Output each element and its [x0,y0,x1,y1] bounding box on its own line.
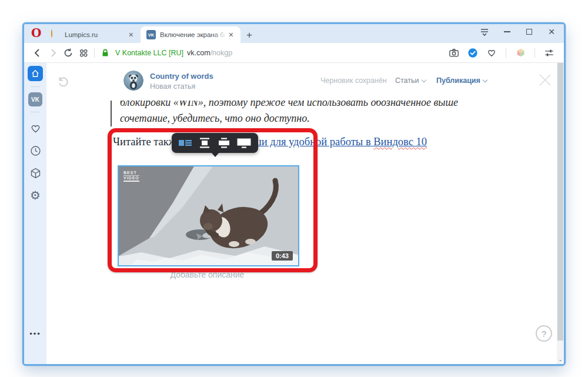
history-clock-icon[interactable] [28,144,42,158]
extension-cube-icon[interactable] [513,45,528,61]
close-window-button[interactable]: × [546,26,557,37]
secure-lock-icon[interactable] [98,45,113,61]
image-layout-toolbar [172,133,258,153]
opera-menu-button[interactable]: O [31,26,41,39]
easy-setup-sliders-icon[interactable] [542,45,557,61]
watermark-logo: BESTVIDEO [123,171,139,182]
video-duration-badge: 0:43 [272,251,293,261]
author-name[interactable]: Country of words [150,72,213,81]
reload-icon[interactable] [61,45,76,61]
divider [506,48,506,58]
article-subtitle: Новая статья [150,82,195,91]
page-scrollbar[interactable]: ⌄ [557,63,564,364]
tab-close-icon[interactable]: × [126,29,136,40]
maximize-button[interactable] [524,26,534,37]
editor-header: Country of words Новая статья Черновик с… [46,63,557,101]
extensions-box-icon[interactable] [28,166,42,180]
publish-dropdown[interactable]: Публикация [436,76,487,85]
forward-icon[interactable] [45,45,61,61]
bookmarks-heart-icon[interactable] [28,121,42,135]
layout-wide-icon[interactable] [218,138,230,148]
bookmark-heart-icon[interactable] [484,45,499,61]
tab-lumpics[interactable]: Lumpics.ru × [45,26,141,43]
video-block[interactable]: BESTVIDEO 0:43 [118,165,299,266]
tab-bar: O Lumpics.ru × VK Включение экрана блоки… [24,24,564,43]
lumpics-favicon-icon [51,30,61,39]
tab-title: Включение экрана блоки [160,31,226,38]
draft-status: Черновик сохранён [320,76,387,85]
url-host[interactable]: vk.com [187,49,211,57]
layout-text-wrap-icon[interactable] [179,138,192,148]
vk-favicon-icon: VK [146,30,156,39]
search-tabs-icon[interactable] [479,26,490,37]
speed-dial-home-button[interactable] [28,66,43,81]
vpn-badge-icon[interactable] [465,45,480,61]
back-icon[interactable] [30,45,45,61]
opera-sidebar: VK [24,63,46,364]
chevron-down-icon [483,78,487,82]
read-also-line: Читайте также: Горячие клавиши для удобн… [113,136,427,148]
address-bar: V Kontakte LLC [RU] vk.com /nokgp [24,43,564,63]
sidebar-vk-app-button[interactable]: VK [28,92,42,106]
minimize-button[interactable] [502,26,512,37]
layout-fullwidth-icon[interactable] [237,138,251,148]
url-path[interactable]: /nokgp [211,49,233,57]
tab-close-icon[interactable]: × [226,29,236,40]
divider [94,48,95,58]
cat-video-thumbnail [119,166,298,265]
vk-article-editor: блокировки «WIN», поэтому прежде чем исп… [46,63,564,364]
chevron-down-icon [421,78,426,82]
new-tab-button[interactable]: + [244,30,255,41]
divider [534,48,535,58]
divider [31,112,40,112]
opera-browser-window: O Lumpics.ru × VK Включение экрана блоки… [22,22,566,366]
articles-dropdown[interactable]: Статьи [395,76,426,85]
sidebar-more-icon[interactable]: ••• [29,329,41,338]
scrollbar-thumb[interactable] [557,63,563,341]
certificate-name[interactable]: V Kontakte LLC [RU] [115,49,183,57]
settings-gear-icon[interactable]: ⚙ [28,188,42,202]
author-avatar[interactable] [123,71,143,91]
speed-dial-icon[interactable] [76,45,91,61]
scroll-down-arrow-icon[interactable]: ⌄ [557,356,564,362]
undo-icon[interactable] [56,75,70,91]
divider [31,86,40,87]
layout-center-icon[interactable] [198,138,211,148]
caption-placeholder[interactable]: Добавьте описание [118,270,297,279]
tab-vk-article[interactable]: VK Включение экрана блоки × [141,26,240,43]
screenshot-stage: O Lumpics.ru × VK Включение экрана блоки… [0,0,588,377]
editor-close-icon[interactable] [536,71,554,91]
snapshot-camera-icon[interactable] [446,45,462,61]
spellcheck-word: Виндовс 10 [373,136,427,148]
tab-title: Lumpics.ru [65,31,126,38]
quote-line: сочетание, убедитесь, что оно доступно. [120,111,458,126]
help-button[interactable]: ? [536,325,552,342]
